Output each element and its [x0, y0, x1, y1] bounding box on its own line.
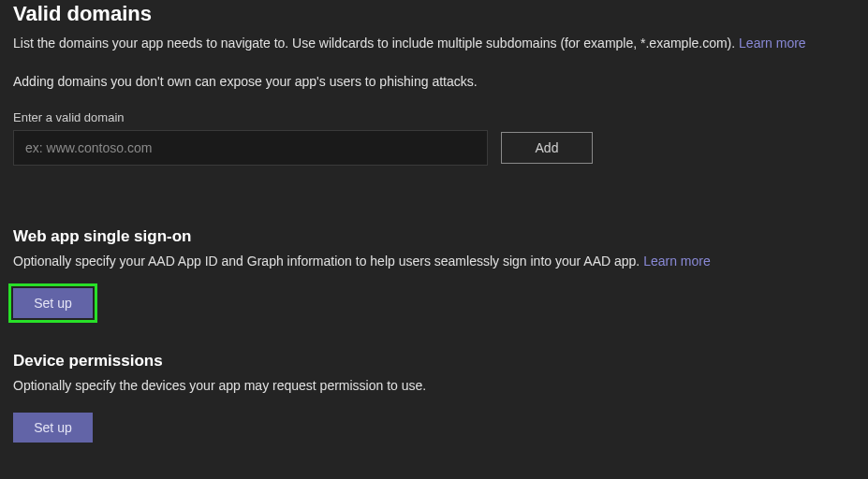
sso-section: Web app single sign-on Optionally specif… — [13, 227, 855, 318]
valid-domains-warning: Adding domains you don't own can expose … — [13, 72, 855, 92]
device-permissions-section: Device permissions Optionally specify th… — [13, 352, 855, 443]
valid-domains-title: Valid domains — [13, 2, 855, 26]
device-permissions-setup-button[interactable]: Set up — [13, 413, 93, 443]
valid-domains-learn-more-link[interactable]: Learn more — [739, 36, 806, 51]
sso-title: Web app single sign-on — [13, 227, 855, 246]
device-permissions-title: Device permissions — [13, 352, 855, 370]
valid-domains-description: List the domains your app needs to navig… — [13, 34, 855, 53]
add-button[interactable]: Add — [501, 132, 593, 164]
valid-domains-description-text: List the domains your app needs to navig… — [13, 36, 739, 51]
domain-input[interactable] — [13, 130, 488, 166]
sso-learn-more-link[interactable]: Learn more — [643, 254, 711, 269]
device-permissions-description: Optionally specify the devices your app … — [13, 376, 855, 396]
sso-description-text: Optionally specify your AAD App ID and G… — [13, 254, 643, 269]
sso-description: Optionally specify your AAD App ID and G… — [13, 252, 855, 271]
domain-input-group: Enter a valid domain Add — [13, 110, 855, 166]
sso-button-wrap: Set up — [13, 288, 855, 318]
domain-input-label: Enter a valid domain — [13, 110, 855, 124]
sso-setup-button[interactable]: Set up — [13, 288, 93, 318]
device-permissions-button-wrap: Set up — [13, 413, 855, 443]
valid-domains-section: Valid domains List the domains your app … — [13, 0, 855, 166]
domain-input-row: Add — [13, 130, 855, 166]
